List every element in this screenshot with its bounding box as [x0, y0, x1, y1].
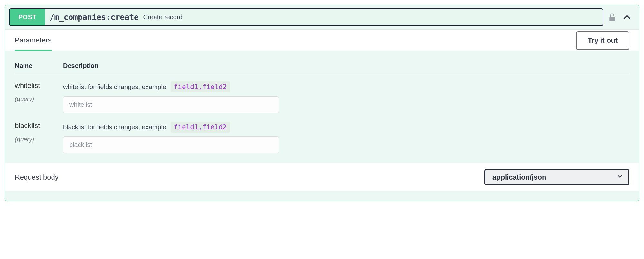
param-location: (query): [15, 96, 63, 103]
param-name-cell: whitelist (query): [15, 81, 63, 103]
unlock-icon[interactable]: [608, 13, 616, 22]
svg-rect-0: [609, 17, 615, 21]
parameters-table: Name Description whitelist (query) white…: [5, 51, 639, 163]
request-body-bar: Request body application/json: [5, 163, 639, 191]
code-example: field1,field2: [171, 122, 230, 133]
param-desc-cell: blacklist for fields changes, example: f…: [63, 122, 629, 153]
parameters-tab[interactable]: Parameters: [15, 30, 52, 51]
chevron-up-icon[interactable]: [622, 13, 632, 22]
col-header-description: Description: [63, 62, 629, 69]
parameters-section-bar: Parameters Try it out: [5, 29, 639, 51]
endpoint-path: /m_companies:create: [50, 13, 138, 22]
try-it-out-button[interactable]: Try it out: [576, 31, 629, 50]
param-description-text: blacklist for fields changes, example:: [63, 124, 168, 131]
content-type-select-wrap: application/json: [484, 169, 629, 185]
operation-block: POST /m_companies:create Create record P…: [5, 5, 639, 201]
param-description: blacklist for fields changes, example: f…: [63, 122, 629, 133]
param-desc-cell: whitelist for fields changes, example: f…: [63, 81, 629, 113]
blacklist-input[interactable]: [63, 136, 279, 153]
endpoint-summary: Create record: [143, 14, 182, 21]
whitelist-input[interactable]: [63, 96, 279, 113]
http-method-badge: POST: [10, 9, 45, 25]
request-body-title: Request body: [15, 173, 59, 181]
param-location: (query): [15, 136, 63, 143]
parameters-table-head: Name Description: [15, 62, 629, 74]
param-description-text: whitelist for fields changes, example:: [63, 83, 168, 91]
col-header-name: Name: [15, 62, 63, 69]
param-name: whitelist: [15, 81, 63, 90]
param-name: blacklist: [15, 122, 63, 130]
code-example: field1,field2: [171, 81, 230, 92]
table-row: blacklist (query) blacklist for fields c…: [15, 122, 629, 153]
spacer: [5, 191, 639, 201]
param-name-cell: blacklist (query): [15, 122, 63, 143]
table-row: whitelist (query) whitelist for fields c…: [15, 81, 629, 113]
operation-summary-row[interactable]: POST /m_companies:create Create record: [9, 8, 603, 26]
param-description: whitelist for fields changes, example: f…: [63, 81, 629, 92]
operation-header: POST /m_companies:create Create record: [5, 5, 639, 29]
header-icons: [608, 13, 635, 22]
content-type-select[interactable]: application/json: [484, 169, 629, 185]
